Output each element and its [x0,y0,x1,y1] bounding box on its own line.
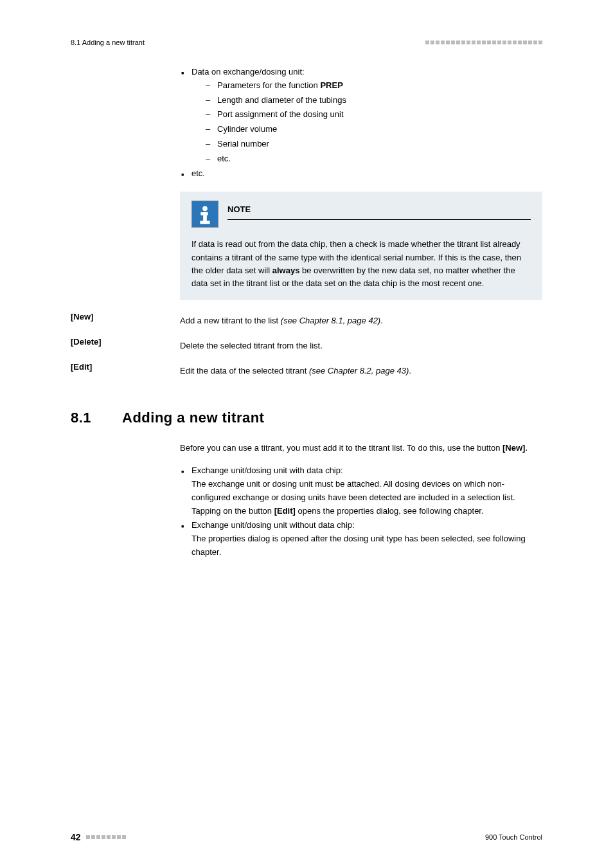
row-desc: Edit the data of the selected titrant (s… [180,365,542,378]
list-item: Exchange unit/dosing unit without data c… [180,519,542,559]
list-item: Length and diameter of the tubings [206,94,542,107]
row-desc: Add a new titrant to the list (see Chapt… [180,314,542,328]
note-title: NOTE [227,201,531,219]
footer-decoration [86,835,126,839]
row-label-edit: [Edit] [71,362,180,387]
section-intro: Before you can use a titrant, you must a… [180,442,542,455]
section-number: 8.1 [71,410,122,426]
list-item: etc. [180,167,542,181]
product-name: 900 Touch Control [485,833,542,841]
svg-point-1 [202,206,208,212]
section-title: Adding a new titrant [122,410,264,426]
header-decoration [425,41,542,44]
list-item: Serial number [206,138,542,151]
top-list: Data on exchange/dosing unit: Parameters… [180,66,542,180]
breadcrumb: 8.1 Adding a new titrant [71,39,145,46]
row-desc: Delete the selected titrant from the lis… [180,339,542,353]
page-number: 42 [71,832,81,842]
section-list: Exchange unit/dosing unit with data chip… [180,464,542,559]
section-heading: 8.1 Adding a new titrant [71,410,542,426]
list-item: Exchange unit/dosing unit with data chip… [180,464,542,518]
list-item: Port assignment of the dosing unit [206,108,542,122]
page-footer: 42 900 Touch Control [71,832,542,842]
note-box: NOTE If data is read out from the data c… [180,192,542,300]
list-item: etc. [206,152,542,166]
info-icon [191,201,218,228]
sub-list: Parameters for the function PREP Length … [206,79,542,166]
list-text: Data on exchange/dosing unit: [191,67,305,77]
list-item: Parameters for the function PREP [206,79,542,93]
svg-rect-4 [200,221,209,224]
note-body: If data is read out from the data chip, … [191,238,531,290]
row-label-new: [New] [71,312,180,337]
list-item: Cylinder volume [206,123,542,136]
list-item: Data on exchange/dosing unit: Parameters… [180,66,542,166]
row-label-delete: [Delete] [71,337,180,362]
page-header: 8.1 Adding a new titrant [71,39,542,46]
